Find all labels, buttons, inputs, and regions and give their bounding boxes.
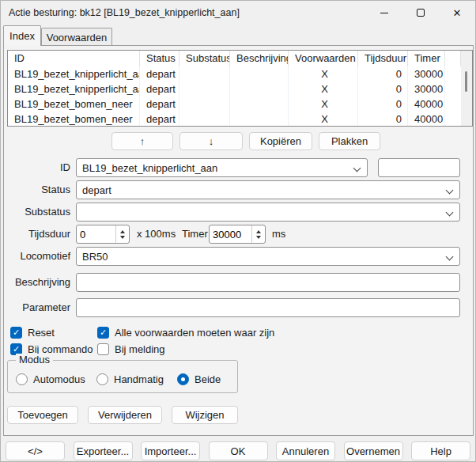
cell-voorwaarden: X: [289, 66, 358, 81]
beide-radio[interactable]: Beide: [177, 372, 221, 386]
copy-button[interactable]: Kopiëren: [249, 132, 312, 150]
chevron-down-icon: [353, 165, 361, 172]
action-table[interactable]: ID Status Substatus Beschrijving Voorwaa…: [7, 50, 473, 127]
toevoegen-button[interactable]: Toevoegen: [7, 406, 78, 424]
tab-index[interactable]: Index: [3, 25, 41, 46]
overnemen-button[interactable]: Overnemen: [344, 441, 403, 460]
table-row[interactable]: BL19_bezet_bomen_neer depart X 0 40000: [8, 97, 461, 112]
locomotief-value: BR50: [82, 251, 108, 263]
id-combobox[interactable]: BL19_bezet_knipperlicht_aan: [76, 158, 368, 177]
maximize-button[interactable]: [402, 1, 439, 25]
arrow-up-icon[interactable]: [256, 230, 261, 233]
column-header[interactable]: Beschrijving: [230, 51, 289, 66]
tijdsduur-input[interactable]: [77, 225, 115, 243]
timer-stepper[interactable]: [209, 225, 266, 244]
code-button[interactable]: </>: [6, 441, 65, 460]
cell-timer: 30000: [408, 66, 445, 81]
exporteer-button[interactable]: Exporteer...: [74, 441, 133, 460]
column-header[interactable]: Voorwaarden: [289, 51, 358, 66]
cell-voorwaarden: X: [289, 112, 358, 126]
table-row[interactable]: BL19_bezet_knipperlicht_aan depart X 0 3…: [8, 81, 461, 97]
cell-voorwaarden: X: [289, 81, 358, 97]
close-button[interactable]: ✕: [439, 1, 475, 25]
ok-button[interactable]: OK: [209, 441, 268, 460]
column-header[interactable]: Status: [140, 51, 179, 66]
handmatig-radio[interactable]: Handmatig: [96, 372, 164, 386]
substatus-combobox[interactable]: [76, 203, 460, 222]
status-combobox[interactable]: depart: [76, 180, 460, 199]
locomotief-combobox[interactable]: BR50: [76, 247, 460, 266]
scrollbar-thumb[interactable]: [465, 71, 467, 92]
column-header[interactable]: Tijdsduur: [358, 51, 408, 66]
cell-filler: [445, 81, 461, 97]
cell-beschrijving: [230, 66, 289, 81]
title-bar[interactable]: Actie besturing: bk12 [BL19_bezet_knippe…: [1, 1, 475, 25]
automodus-radio[interactable]: Automodus: [16, 372, 85, 386]
cell-status: depart: [140, 66, 179, 81]
status-value: depart: [82, 184, 111, 196]
stepper-arrows[interactable]: [251, 225, 265, 243]
cell-filler: [445, 97, 461, 112]
tab-voorwaarden[interactable]: Voorwaarden: [41, 28, 112, 46]
minimize-icon: [380, 13, 388, 13]
timer-unit: ms: [272, 225, 285, 244]
cell-voorwaarden: X: [289, 97, 358, 112]
id-label: ID: [1, 158, 70, 177]
column-header[interactable]: ID: [8, 51, 140, 66]
chevron-down-icon: [446, 253, 454, 261]
table-row[interactable]: BL19_bezet_knipperlicht_aan depart X 0 3…: [8, 66, 461, 81]
cell-tijdsduur: 0: [358, 97, 408, 112]
id-value: BL19_bezet_knipperlicht_aan: [82, 162, 217, 174]
column-header-filler: [445, 51, 461, 66]
bij-melding-checkbox[interactable]: Bij melding: [97, 342, 165, 356]
arrow-up-icon[interactable]: [120, 230, 125, 233]
cell-timer: 40000: [408, 112, 445, 126]
beschrijving-field[interactable]: [76, 273, 460, 292]
paste-button[interactable]: Plakken: [319, 132, 380, 150]
cell-id: BL19_bezet_knipperlicht_aan: [8, 81, 140, 97]
cell-beschrijving: [230, 112, 289, 126]
cell-status: depart: [140, 112, 179, 126]
tijdsduur-unit: x 100ms: [137, 225, 176, 244]
radio-label: Beide: [195, 373, 221, 385]
cell-id: BL19_bezet_bomen_neer: [8, 97, 140, 112]
arrow-down-icon[interactable]: [120, 236, 125, 239]
table-row[interactable]: BL19_bezet_bomen_neer depart X 0 40000: [8, 112, 461, 126]
cell-timer: 30000: [408, 81, 445, 97]
beschrijving-label: Beschrijving: [1, 273, 70, 292]
importeer-button[interactable]: Importeer...: [141, 441, 200, 460]
wijzigen-button[interactable]: Wijzigen: [172, 406, 238, 424]
cell-tijdsduur: 0: [358, 112, 408, 126]
tijdsduur-stepper[interactable]: [76, 225, 130, 244]
reset-checkbox[interactable]: ✓ Reset: [10, 325, 55, 339]
close-icon: ✕: [453, 8, 462, 18]
chevron-down-icon: [446, 187, 454, 195]
move-up-button[interactable]: ↑: [111, 132, 173, 150]
cell-status: depart: [140, 97, 179, 112]
move-down-button[interactable]: ↓: [179, 132, 243, 150]
stepper-arrows[interactable]: [115, 225, 129, 243]
radio-unselected-icon: [16, 373, 28, 385]
radio-selected-icon: [177, 373, 189, 385]
timer-input[interactable]: [210, 225, 251, 243]
checkbox-unchecked-icon: [97, 343, 109, 355]
annuleren-button[interactable]: Annuleren: [276, 441, 335, 460]
cell-substatus: [179, 97, 230, 112]
id-extra-field[interactable]: [378, 158, 460, 177]
column-header[interactable]: Substatus: [179, 51, 230, 66]
cell-tijdsduur: 0: [358, 81, 408, 97]
alle-voorwaarden-checkbox[interactable]: ✓ Alle voorwaarden moeten waar zijn: [97, 325, 274, 339]
parameter-field[interactable]: [76, 298, 460, 317]
arrow-down-icon[interactable]: [256, 236, 261, 239]
chevron-down-icon: [446, 209, 454, 217]
tijdsduur-label: Tijdsduur: [1, 225, 70, 244]
column-header[interactable]: Timer: [408, 51, 445, 66]
modus-groupbox: Modus Automodus Handmatig Beide: [7, 360, 238, 393]
checkbox-label: Bij melding: [115, 343, 165, 355]
help-button[interactable]: Help: [411, 441, 470, 460]
minimize-button[interactable]: [366, 1, 402, 25]
radio-unselected-icon: [96, 373, 108, 385]
radio-label: Handmatig: [114, 373, 164, 385]
verwijderen-button[interactable]: Verwijderen: [88, 406, 162, 424]
table-scrollbar[interactable]: [461, 51, 472, 126]
